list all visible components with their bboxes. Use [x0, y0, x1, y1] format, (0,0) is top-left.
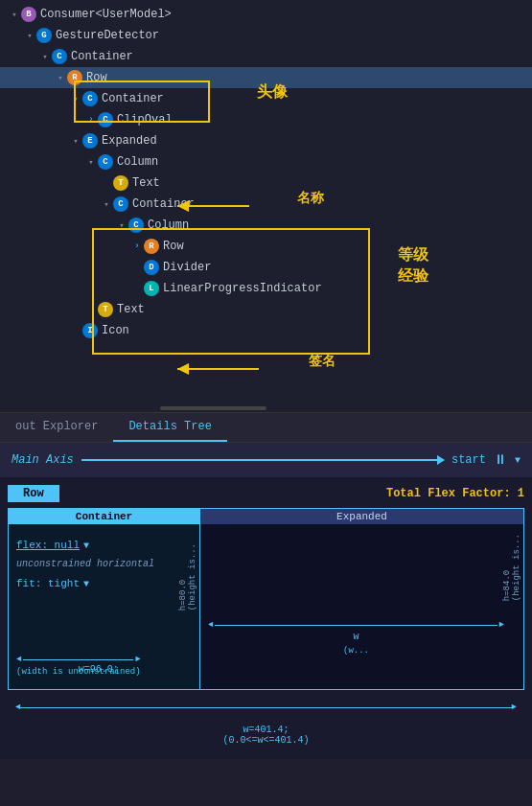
widget-tree: ▾ B Consumer<UserModel> ▾ G GestureDetec… — [0, 0, 532, 412]
fit-dropdown[interactable]: ▼ — [83, 579, 89, 589]
container-inner: flex: null ▼ unconstrained horizontal fi… — [9, 524, 199, 704]
tree-row-divider[interactable]: D Divider — [0, 257, 532, 278]
tree-row-container2[interactable]: ▾ C Container — [0, 88, 532, 109]
node-label-gesture: GestureDetector — [56, 29, 159, 42]
node-label-expanded1: Expanded — [102, 134, 157, 148]
node-label-row1: Row — [86, 71, 107, 84]
tabs-bar: out Explorer Details Tree — [0, 412, 532, 443]
flex-null-line: flex: null ▼ — [16, 540, 192, 551]
tree-row-text1[interactable]: T Text — [0, 173, 532, 194]
w-expanded-measurement: ◄ ► w (w... — [208, 620, 504, 656]
node-icon-container1: C — [52, 49, 67, 64]
h-annotation-expanded: h=84.0 (height is... — [502, 534, 521, 601]
w-expanded-sub: (w... — [208, 643, 504, 656]
node-label-text2: Text — [117, 303, 145, 316]
start-label: start — [451, 453, 486, 467]
tree-row-text2[interactable]: T Text — [0, 299, 532, 320]
flex-null-dropdown[interactable]: ▼ — [83, 541, 89, 551]
expand-icon-clipoval[interactable]: › — [84, 113, 98, 127]
tab-details-tree[interactable]: Details Tree — [113, 413, 226, 442]
w-line — [23, 659, 133, 660]
node-label-container1: Container — [71, 50, 133, 63]
node-icon-progress: L — [144, 281, 159, 296]
node-icon-clipoval: C — [98, 112, 113, 127]
axis-dropdown[interactable]: ▼ — [515, 455, 520, 466]
node-label-container3: Container — [132, 197, 195, 211]
node-label-consumer: Consumer<UserModel> — [40, 8, 172, 21]
expand-icon-divider — [130, 261, 144, 274]
main-axis-bar: Main Axis start ⏸ ▼ — [0, 443, 532, 477]
node-icon-consumer: B — [21, 7, 36, 22]
expand-icon-column2[interactable]: ▾ — [115, 219, 128, 232]
pause-icon[interactable]: ⏸ — [494, 452, 507, 468]
expand-icon-row2[interactable]: › — [130, 240, 144, 253]
total-flex-label: Total Flex Factor: 1 — [386, 487, 524, 500]
annotation-qianming: 签名 — [309, 353, 335, 370]
horizontal-scrollbar[interactable] — [160, 406, 266, 410]
expand-icon-row1[interactable]: ▾ — [54, 71, 67, 84]
tree-row-column2[interactable]: ▾ C Column — [0, 215, 532, 236]
dim-line — [20, 707, 511, 708]
expand-icon-text2 — [84, 303, 98, 316]
node-icon-row2: R — [144, 239, 159, 254]
bottom-dimension: ◄ ► — [8, 690, 524, 725]
left-arrow-w: ◄ — [16, 655, 21, 664]
expand-icon-container2[interactable]: ▾ — [69, 92, 82, 105]
node-icon-row1: R — [67, 70, 82, 85]
expand-icon-progress — [130, 282, 144, 295]
w-expanded-line — [215, 625, 497, 626]
tree-row-column1[interactable]: ▾ C Column — [0, 151, 532, 173]
node-label-divider: Divider — [163, 261, 211, 274]
tree-row-consumer[interactable]: ▾ B Consumer<UserModel> — [0, 4, 532, 25]
expand-icon-consumer[interactable]: ▾ — [8, 8, 21, 21]
tab-layout-explorer[interactable]: out Explorer — [0, 413, 113, 442]
flex-null-link[interactable]: flex: null — [16, 540, 80, 551]
node-icon-divider: D — [144, 260, 159, 275]
w-expanded-value: w — [208, 630, 504, 643]
tree-row-container1[interactable]: ▾ C Container — [0, 46, 532, 67]
axis-line — [81, 459, 444, 461]
expanded-inner: h=84.0 (height is... ◄ ► w (w... — [200, 524, 523, 683]
expand-icon-column1[interactable]: ▾ — [84, 155, 98, 169]
node-icon-text2: T — [98, 302, 113, 317]
expand-icon-text1 — [100, 176, 113, 190]
tree-row-row2[interactable]: › R Row — [0, 236, 532, 257]
node-icon-expanded1: E — [82, 133, 98, 149]
row-diagram: Row Total Flex Factor: 1 Container flex:… — [0, 477, 532, 759]
row-title: Row — [8, 485, 59, 502]
row-diagram-header: Row Total Flex Factor: 1 — [8, 485, 524, 502]
tree-row-gesture[interactable]: ▾ G GestureDetector — [0, 25, 532, 46]
node-icon-gesture: G — [36, 28, 52, 43]
dim-right-arrow: ► — [512, 702, 517, 712]
tree-row-expanded1[interactable]: ▾ E Expanded — [0, 130, 532, 151]
bottom-w-value: w=401.4; — [8, 725, 524, 735]
tree-row-container3[interactable]: ▾ C Container — [0, 194, 532, 215]
tree-row-icon1[interactable]: I Icon — [0, 320, 532, 341]
node-label-progress: LinearProgressIndicator — [163, 282, 322, 295]
h-annotation-container: h=80.0 (height is... — [178, 543, 197, 610]
node-icon-column1: C — [98, 154, 113, 170]
node-label-column2: Column — [148, 219, 189, 232]
expand-icon-container1[interactable]: ▾ — [38, 50, 52, 63]
w-measurement: ◄ ► w=96.0; (width is unconstrained) — [16, 655, 141, 678]
node-icon-container2: C — [82, 91, 98, 106]
tree-row-clipoval[interactable]: › C ClipOval — [0, 109, 532, 130]
node-label-column1: Column — [117, 155, 158, 169]
tree-row-progress[interactable]: L LinearProgressIndicator — [0, 278, 532, 299]
expanded-header: Expanded — [200, 509, 523, 524]
node-label-text1: Text — [132, 176, 160, 190]
node-icon-text1: T — [113, 175, 128, 191]
node-label-container2: Container — [102, 92, 164, 105]
flex-child-expanded: Expanded h=84.0 (height is... ◄ ► w — [200, 509, 523, 689]
expand-icon-container3[interactable]: ▾ — [100, 197, 113, 211]
right-arrow-w: ► — [135, 655, 140, 664]
unconstrained-label: unconstrained horizontal — [16, 557, 192, 570]
node-icon-icon1: I — [82, 323, 98, 338]
node-icon-container3: C — [113, 196, 128, 212]
main-axis-label: Main Axis — [12, 453, 74, 467]
tree-row-row1[interactable]: ▾ R Row — [0, 67, 532, 88]
expand-icon-icon1 — [69, 324, 82, 337]
expand-icon-expanded1[interactable]: ▾ — [69, 134, 82, 148]
expand-icon-gesture[interactable]: ▾ — [23, 29, 36, 42]
node-label-icon1: Icon — [102, 324, 129, 337]
